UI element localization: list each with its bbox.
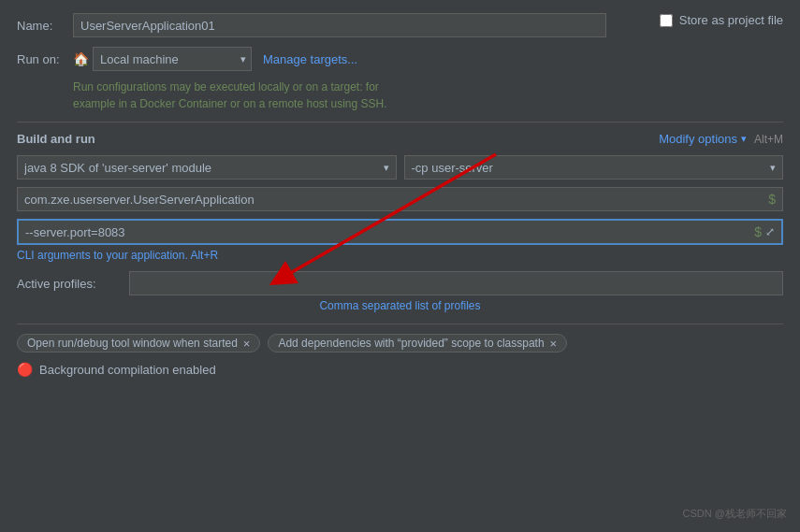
sdk-select-wrapper: java 8 SDK of 'user-server' module: [17, 155, 397, 180]
cp-select[interactable]: -cp user-server: [404, 155, 784, 180]
run-on-select[interactable]: Local machine: [93, 47, 252, 71]
cli-dollar-icon[interactable]: $: [754, 224, 762, 239]
build-run-header: Build and run Modify options ▾ Alt+M: [17, 132, 783, 146]
info-text: Run configurations may be executed local…: [73, 79, 783, 112]
chevron-down-icon: ▾: [741, 133, 747, 145]
run-on-select-wrapper: 🏠 Local machine: [73, 47, 252, 71]
modify-options-label: Modify options: [659, 132, 737, 146]
modify-shortcut: Alt+M: [754, 133, 783, 146]
tag-open-run: Open run/debug tool window when started …: [17, 334, 260, 352]
dollar-icon[interactable]: $: [768, 192, 776, 207]
run-on-label: Run on:: [17, 52, 73, 66]
build-run-title: Build and run: [17, 132, 95, 146]
tag-open-run-close[interactable]: ×: [243, 338, 251, 350]
cli-hint: CLI arguments to your application. Alt+R: [17, 249, 783, 262]
tag-add-deps: Add dependencies with “provided” scope t…: [268, 334, 567, 352]
background-row: 🔴 Background compilation enabled: [17, 362, 783, 377]
main-class-input[interactable]: [24, 193, 764, 207]
tag-open-run-label: Open run/debug tool window when started: [27, 337, 238, 350]
name-input[interactable]: [73, 13, 606, 37]
main-class-row: $: [17, 187, 783, 211]
store-project-checkbox[interactable]: [660, 14, 673, 27]
error-icon: 🔴: [17, 362, 33, 377]
cli-args-row: $ ⤢: [17, 219, 783, 245]
profiles-hint: Comma separated list of profiles: [17, 299, 783, 312]
name-label: Name:: [17, 19, 73, 33]
store-project-text: Store as project file: [679, 13, 783, 27]
tag-add-deps-close[interactable]: ×: [550, 338, 558, 350]
tag-add-deps-label: Add dependencies with “provided” scope t…: [278, 337, 544, 350]
cli-args-input[interactable]: [25, 225, 750, 239]
sdk-row: java 8 SDK of 'user-server' module -cp u…: [17, 155, 783, 180]
expand-icon[interactable]: ⤢: [765, 225, 775, 238]
tags-row: Open run/debug tool window when started …: [17, 334, 783, 352]
cp-select-wrapper: -cp user-server: [404, 155, 784, 180]
divider-2: [17, 324, 783, 324]
watermark: CSDN @栈老师不回家: [683, 507, 787, 521]
modify-options-button[interactable]: Modify options ▾ Alt+M: [659, 132, 783, 146]
active-profiles-label: Active profiles:: [17, 277, 120, 291]
active-profiles-input[interactable]: [129, 271, 783, 295]
active-profiles-row: Active profiles:: [17, 271, 783, 295]
background-text: Background compilation enabled: [39, 363, 216, 377]
sdk-select[interactable]: java 8 SDK of 'user-server' module: [17, 155, 397, 180]
local-machine-icon: 🏠: [73, 51, 89, 66]
divider-1: [17, 122, 783, 122]
store-project-label[interactable]: Store as project file: [660, 13, 783, 27]
manage-targets-link[interactable]: Manage targets...: [263, 52, 357, 66]
